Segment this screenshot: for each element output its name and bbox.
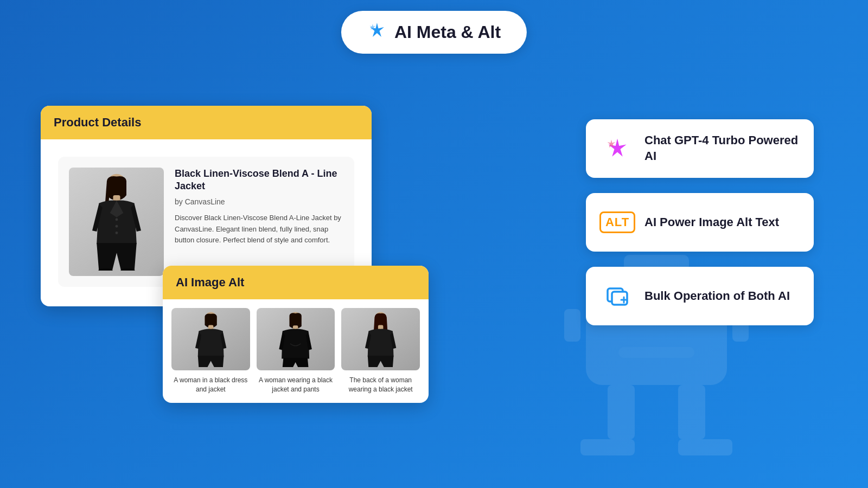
svg-rect-9 [580, 439, 635, 455]
product-info: Black Linen-Viscose Blend A - Line Jacke… [175, 168, 343, 276]
alt-icon: ALT [601, 206, 634, 239]
svg-point-13 [115, 218, 118, 221]
product-brand: by CanvasLine [175, 197, 343, 206]
sparkle-icon [601, 132, 634, 165]
image-alt-card-header: AI Image Alt [163, 266, 429, 299]
feature-card-bulk: Bulk Operation of Both AI [586, 267, 814, 325]
ai-image-alt-card: AI Image Alt A woman in a black dress an… [163, 266, 429, 403]
product-name: Black Linen-Viscose Blend A - Line Jacke… [175, 168, 343, 193]
product-card-header: Product Details [41, 106, 372, 139]
image-thumb-2 [257, 308, 335, 370]
image-item-2: A woman wearing a black jacket and pants [257, 308, 335, 394]
image-item-1: A woman in a black dress and jacket [171, 308, 250, 394]
svg-rect-8 [678, 385, 705, 439]
image-thumb-3 [341, 308, 420, 370]
image-grid: A woman in a black dress and jacket A wo… [163, 299, 429, 403]
svg-point-14 [115, 225, 118, 228]
feature-label-bulk: Bulk Operation of Both AI [644, 288, 790, 304]
image-caption-1: A woman in a black dress and jacket [171, 376, 250, 394]
product-card-title: Product Details [54, 115, 141, 129]
header-pill: AI Meta & Alt [341, 11, 527, 54]
svg-rect-25 [612, 292, 627, 305]
svg-point-15 [115, 232, 118, 234]
feature-label-alt: AI Power Image Alt Text [644, 215, 779, 230]
feature-card-alt: ALT AI Power Image Alt Text [586, 193, 814, 252]
features-column: Chat GPT-4 Turbo Powered AI ALT AI Power… [586, 119, 814, 325]
svg-rect-7 [608, 385, 635, 439]
bulk-icon [601, 280, 634, 312]
image-caption-2: A woman wearing a black jacket and pants [257, 376, 335, 394]
header-title: AI Meta & Alt [394, 22, 501, 42]
header-ai-icon [367, 21, 387, 44]
product-description: Discover Black Linen-Viscose Blend A-Lin… [175, 213, 343, 246]
image-caption-3: The back of a woman wearing a black jack… [341, 376, 420, 394]
image-alt-card-title: AI Image Alt [176, 275, 244, 289]
image-thumb-1 [171, 308, 250, 370]
product-image [69, 168, 164, 276]
svg-rect-3 [618, 347, 694, 358]
alt-text-badge: ALT [599, 211, 635, 233]
image-item-3: The back of a woman wearing a black jack… [341, 308, 420, 394]
svg-rect-10 [678, 439, 732, 455]
feature-card-chatgpt: Chat GPT-4 Turbo Powered AI [586, 119, 814, 178]
svg-rect-5 [564, 309, 580, 342]
feature-label-chatgpt: Chat GPT-4 Turbo Powered AI [644, 133, 799, 164]
